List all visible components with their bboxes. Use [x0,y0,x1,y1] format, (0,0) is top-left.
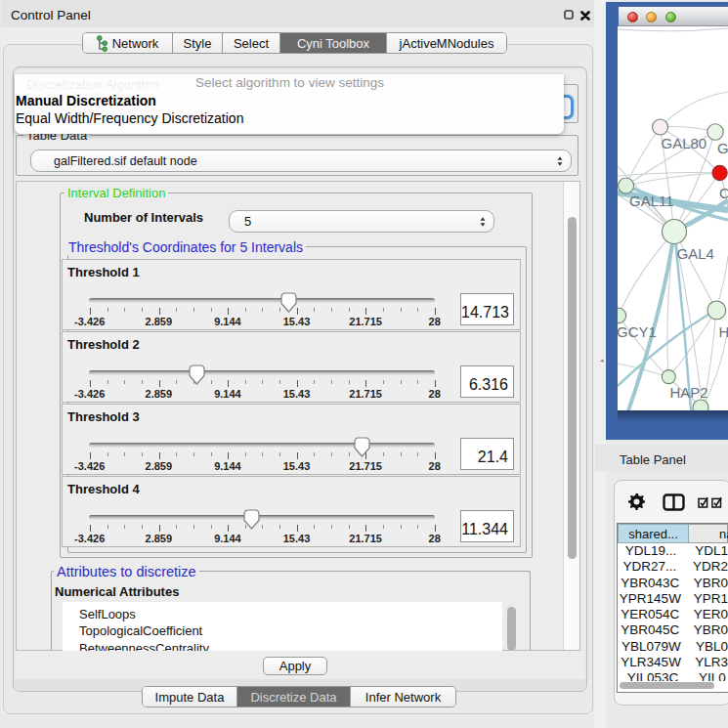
svg-text:GCY1: GCY1 [618,323,657,340]
svg-text:HAP2: HAP2 [670,384,708,401]
svg-text:G.: G. [717,140,728,156]
svg-text:GAL11: GAL11 [629,193,674,209]
svg-text:C: C [719,185,728,201]
svg-text:GAL4: GAL4 [677,245,714,262]
svg-text:H: H [719,323,728,340]
svg-text:GAL80: GAL80 [662,135,707,151]
